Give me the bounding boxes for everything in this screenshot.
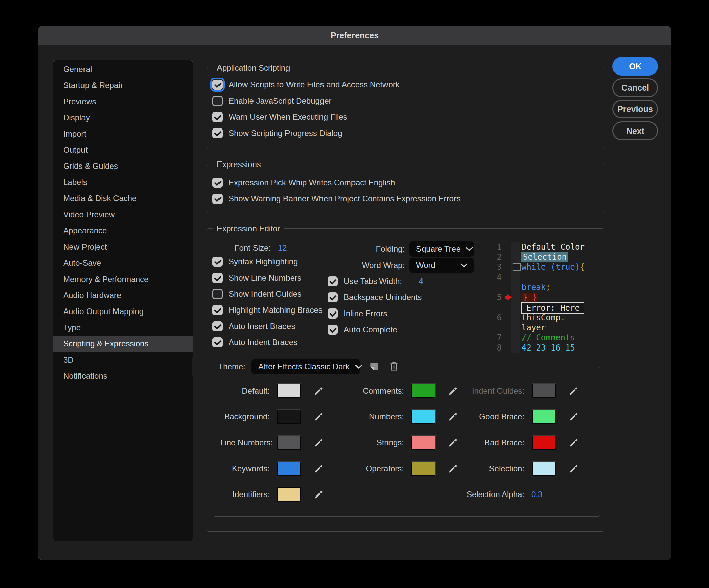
error-arrow-icon xyxy=(507,294,516,301)
sidebar-item[interactable]: Display xyxy=(53,110,192,126)
checkbox[interactable] xyxy=(212,321,222,331)
color-swatch[interactable] xyxy=(412,410,435,424)
sidebar-item[interactable]: Media & Disk Cache xyxy=(53,190,192,206)
sidebar-item-label: Import xyxy=(63,129,86,139)
dialog-button[interactable]: OK xyxy=(612,57,658,76)
code-lines: 1Default Color2Selection−3while (true){4… xyxy=(487,242,603,353)
tab-width-value[interactable]: 4 xyxy=(419,277,423,286)
sidebar-item[interactable]: General xyxy=(53,61,192,77)
fold-minus-icon[interactable]: − xyxy=(513,263,521,271)
eyedropper-button[interactable] xyxy=(568,437,579,448)
checkbox[interactable] xyxy=(212,257,222,267)
color-swatch[interactable] xyxy=(412,461,435,476)
sidebar-item[interactable]: Startup & Repair xyxy=(53,77,192,93)
font-size-value[interactable]: 12 xyxy=(278,243,287,253)
dialog-button[interactable]: Cancel xyxy=(612,78,658,97)
color-label: Bad Brace: xyxy=(452,438,525,447)
selection-alpha-value[interactable]: 0.3 xyxy=(531,490,542,499)
color-swatch[interactable] xyxy=(532,461,556,476)
checkbox[interactable] xyxy=(212,128,222,138)
sidebar-item-label: New Project xyxy=(63,242,107,252)
checkbox-row: Auto Complete xyxy=(326,321,422,338)
tab-width-label: Width: xyxy=(367,277,402,286)
sidebar-item[interactable]: Scripting & Expressions xyxy=(53,336,192,352)
color-swatch[interactable] xyxy=(277,436,301,450)
color-swatch[interactable] xyxy=(277,384,301,398)
checkbox[interactable] xyxy=(212,80,222,90)
eyedropper-button[interactable] xyxy=(313,437,324,448)
code-line-number: 1 xyxy=(487,242,502,252)
checkbox[interactable] xyxy=(212,177,222,188)
color-row: Default: xyxy=(220,378,324,404)
sidebar-item[interactable]: Previews xyxy=(53,93,192,110)
checkbox[interactable] xyxy=(212,96,222,106)
sidebar-item[interactable]: Auto-Save xyxy=(53,255,192,271)
eyedropper-icon xyxy=(568,386,579,396)
checkbox-label: Warn User When Executing Files xyxy=(229,112,347,122)
sidebar-item[interactable]: Audio Output Mapping xyxy=(53,303,192,319)
checkbox[interactable] xyxy=(212,337,222,347)
checkbox[interactable] xyxy=(212,305,222,315)
sidebar-item[interactable]: Labels xyxy=(53,174,192,190)
checkbox[interactable] xyxy=(212,112,222,122)
checkbox[interactable] xyxy=(327,276,338,286)
checkbox-row: Expression Pick Whip Writes Compact Engl… xyxy=(211,175,461,191)
eyedropper-button[interactable] xyxy=(568,386,579,396)
sidebar-item[interactable]: Audio Hardware xyxy=(53,287,192,303)
checkbox[interactable] xyxy=(327,308,338,318)
sidebar-item[interactable]: Grids & Guides xyxy=(53,158,192,174)
dialog-button[interactable]: Previous xyxy=(612,100,658,118)
eyedropper-button[interactable] xyxy=(313,412,324,422)
theme-select[interactable]: After Effects Classic Dark xyxy=(252,359,360,374)
checkbox[interactable] xyxy=(327,292,338,302)
delete-theme-button[interactable] xyxy=(388,361,400,372)
checkbox-label: Auto Insert Braces xyxy=(229,321,295,331)
code-line-number: 3 xyxy=(487,262,502,272)
sidebar-item[interactable]: Output xyxy=(53,142,192,158)
code-line-number: 7 xyxy=(487,333,502,343)
color-swatch[interactable] xyxy=(532,436,556,450)
eyedropper-button[interactable] xyxy=(568,463,579,474)
sidebar-item[interactable]: 3D xyxy=(53,352,192,368)
word-wrap-select[interactable]: Word xyxy=(410,258,474,273)
color-swatch[interactable] xyxy=(277,487,301,502)
sidebar-item[interactable]: Import xyxy=(53,126,192,142)
eyedropper-button[interactable] xyxy=(568,412,579,422)
color-swatch[interactable] xyxy=(277,461,301,476)
checkbox[interactable] xyxy=(212,289,222,299)
eyedropper-button[interactable] xyxy=(313,386,324,396)
eyedropper-button[interactable] xyxy=(313,463,324,474)
color-swatch[interactable] xyxy=(277,410,301,424)
checkbox-label: Highlight Matching Braces xyxy=(229,305,322,315)
checkbox-row: Show Warning Banner When Project Contain… xyxy=(211,191,461,207)
color-swatch[interactable] xyxy=(532,410,556,424)
new-theme-button[interactable] xyxy=(369,361,379,372)
checkbox-row: Auto Insert Braces xyxy=(211,318,322,334)
dialog-button[interactable]: Next xyxy=(612,121,658,140)
sidebar-item[interactable]: Type xyxy=(53,319,192,336)
color-swatch[interactable] xyxy=(412,384,435,398)
sidebar-item-label: Grids & Guides xyxy=(63,162,118,171)
checkbox[interactable] xyxy=(212,273,222,283)
color-swatch[interactable] xyxy=(412,436,435,450)
dialog-button-label: Previous xyxy=(618,104,653,114)
color-label: Operators: xyxy=(335,464,404,473)
checkbox[interactable] xyxy=(327,325,338,335)
checkbox-label: Inline Errors xyxy=(344,309,387,318)
sidebar-item[interactable]: Memory & Performance xyxy=(53,271,192,287)
sidebar-item[interactable]: Appearance xyxy=(53,223,192,239)
checkbox[interactable] xyxy=(212,194,222,204)
preferences-sidebar: General Startup & Repair Previews Displa… xyxy=(53,60,193,541)
eyedropper-button[interactable] xyxy=(313,489,324,500)
dialog-button-label: Next xyxy=(626,126,645,136)
folding-select[interactable]: Square Tree xyxy=(410,241,474,257)
sidebar-item-label: Output xyxy=(63,145,87,155)
dialog-button-label: Cancel xyxy=(622,83,649,93)
sidebar-item[interactable]: Video Preview xyxy=(53,206,192,223)
sidebar-item-label: 3D xyxy=(63,355,74,365)
checkbox-row: Allow Scripts to Write Files and Access … xyxy=(211,77,400,93)
sidebar-item[interactable]: Notifications xyxy=(53,368,192,384)
eyedropper-icon xyxy=(313,437,324,448)
color-swatch[interactable] xyxy=(532,384,556,398)
color-row: Bad Brace: xyxy=(452,429,579,455)
